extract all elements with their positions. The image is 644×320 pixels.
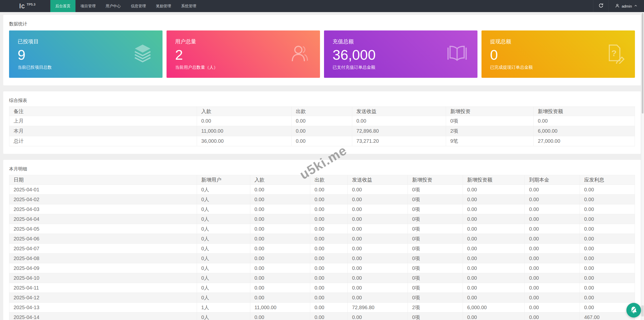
table-cell: 0项 — [408, 185, 463, 195]
table-cell: 0人 — [197, 244, 250, 254]
table-cell: 0项 — [408, 293, 463, 303]
table-cell: 2项 — [446, 126, 533, 136]
table-cell: 0.00 — [525, 204, 580, 214]
table-row: 上月0.000.000.000项0.00 — [9, 116, 635, 126]
table-cell: 0项 — [408, 263, 463, 273]
table-cell: 27,000.00 — [534, 136, 635, 146]
table-cell: 0.00 — [534, 116, 635, 126]
table-cell: 0项 — [408, 234, 463, 244]
table-cell: 0.00 — [310, 244, 348, 254]
table-cell: 0.00 — [310, 283, 348, 293]
column-header: 入款 — [197, 107, 292, 116]
table-row: 总计36,000.000.0073,271.209笔27,000.00 — [9, 136, 635, 146]
column-header: 日期 — [9, 175, 197, 185]
svg-text:?: ? — [612, 48, 617, 58]
table-cell: 72,896.80 — [348, 303, 408, 312]
table-cell: 2025-04-07 — [9, 244, 197, 254]
detail-section-title: 本月明细 — [9, 166, 635, 172]
table-cell: 0.00 — [250, 195, 310, 204]
vertical-scrollbar[interactable] — [641, 12, 644, 320]
user-menu[interactable]: admin — [608, 0, 644, 12]
table-cell: 0.00 — [250, 263, 310, 273]
mute-notifications-button[interactable] — [626, 303, 641, 317]
table-cell: 2025-04-03 — [9, 204, 197, 214]
table-row: 2025-04-110人0.000.000.000项0.000.000.00 — [9, 283, 635, 293]
table-row: 2025-04-120人0.000.000.000项0.000.000.00 — [9, 293, 635, 303]
table-cell: 72,896.80 — [352, 126, 446, 136]
table-cell: 0.00 — [310, 273, 348, 283]
table-cell: 2025-04-14 — [9, 312, 197, 320]
nav-item-4[interactable]: 奖励管理 — [151, 0, 176, 12]
scrollbar-thumb[interactable] — [642, 13, 643, 114]
table-cell: 2025-04-04 — [9, 214, 197, 224]
nav-item-1[interactable]: 项目管理 — [75, 0, 101, 12]
stats-panel: 数据统计 已投项目 9 当前已投项目总数 用户总量 2 当前用户 — [3, 15, 641, 85]
table-cell: 0.00 — [348, 204, 408, 214]
username: admin — [622, 4, 632, 8]
table-cell: 0.00 — [525, 195, 580, 204]
table-cell: 0.00 — [250, 234, 310, 244]
table-cell: 0项 — [408, 244, 463, 254]
table-cell: 0.00 — [348, 244, 408, 254]
table-row: 2025-04-100人0.000.000.000项0.000.000.00 — [9, 273, 635, 283]
bell-slash-icon — [629, 305, 638, 315]
table-row: 2025-04-030人0.000.000.000项0.000.000.00 — [9, 204, 635, 214]
table-cell: 0.00 — [580, 293, 635, 303]
logo-version: TP5.3 — [27, 3, 35, 6]
nav-item-5[interactable]: 系统管理 — [176, 0, 201, 12]
table-cell: 0人 — [197, 234, 250, 244]
detail-table: 日期新增用户入款出款发送收益新增投资新增投资额到期本金应发利息 2025-04-… — [9, 175, 635, 320]
column-header: 入款 — [250, 175, 310, 185]
summary-table: 备注入款出款发送收益新增投资新增投资额 上月0.000.000.000项0.00… — [9, 106, 635, 146]
table-cell: 0项 — [408, 312, 463, 320]
stat-card-total-recharge: 充值总额 36,000 已支付充值订单总金额 — [324, 30, 477, 78]
nav-item-0[interactable]: 后台首页 — [50, 0, 75, 12]
nav-menu: 后台首页项目管理用户中心信息管理奖励管理系统管理 — [50, 0, 201, 12]
table-cell: 0.00 — [463, 263, 525, 273]
table-cell: 0.00 — [525, 254, 580, 263]
column-header: 发送收益 — [348, 175, 408, 185]
table-cell: 0.00 — [580, 283, 635, 293]
nav-item-2[interactable]: 用户中心 — [101, 0, 126, 12]
stat-card-total-withdrawal: 提现总额 0 已完成提现订单总金额 ? — [481, 30, 635, 78]
table-cell: 0.00 — [525, 273, 580, 283]
table-cell: 0.00 — [525, 303, 580, 312]
table-cell: 0.00 — [348, 224, 408, 234]
table-cell: 0.00 — [310, 185, 348, 195]
table-cell: 0.00 — [310, 234, 348, 244]
table-cell: 0.00 — [525, 263, 580, 273]
column-header: 新增投资 — [446, 107, 533, 116]
table-row: 2025-04-040人0.000.000.000项0.000.000.00 — [9, 214, 635, 224]
table-cell: 0.00 — [250, 185, 310, 195]
table-cell: 0.00 — [250, 273, 310, 283]
table-row: 2025-04-020人0.000.000.000项0.000.000.00 — [9, 195, 635, 204]
table-cell: 467.00 — [580, 312, 635, 320]
users-icon — [290, 44, 310, 65]
table-cell: 0.00 — [525, 312, 580, 320]
table-cell: 0人 — [197, 195, 250, 204]
table-cell: 0.00 — [310, 254, 348, 263]
table-row: 2025-04-050人0.000.000.000项0.000.000.00 — [9, 224, 635, 234]
table-cell: 0项 — [408, 195, 463, 204]
table-cell: 0项 — [408, 273, 463, 283]
table-cell: 1人 — [197, 303, 250, 312]
refresh-button[interactable] — [593, 0, 608, 12]
table-cell: 6,000.00 — [463, 303, 525, 312]
scrollbar-down-button[interactable] — [641, 305, 644, 316]
table-cell: 0.00 — [525, 234, 580, 244]
table-header-row: 备注入款出款发送收益新增投资新增投资额 — [9, 107, 635, 116]
table-cell: 0.00 — [348, 234, 408, 244]
table-cell: 0.00 — [463, 312, 525, 320]
summary-section-title: 综合报表 — [9, 97, 635, 103]
table-cell: 0.00 — [310, 195, 348, 204]
table-cell: 0.00 — [580, 214, 635, 224]
table-cell: 0.00 — [250, 244, 310, 254]
column-header: 新增投资额 — [534, 107, 635, 116]
column-header: 新增投资额 — [463, 175, 525, 185]
nav-item-3[interactable]: 信息管理 — [126, 0, 151, 12]
table-cell: 0.00 — [310, 214, 348, 224]
table-cell: 0.00 — [310, 224, 348, 234]
table-row: 2025-04-060人0.000.000.000项0.000.000.00 — [9, 234, 635, 244]
table-cell: 0项 — [408, 283, 463, 293]
table-cell: 0.00 — [352, 116, 446, 126]
